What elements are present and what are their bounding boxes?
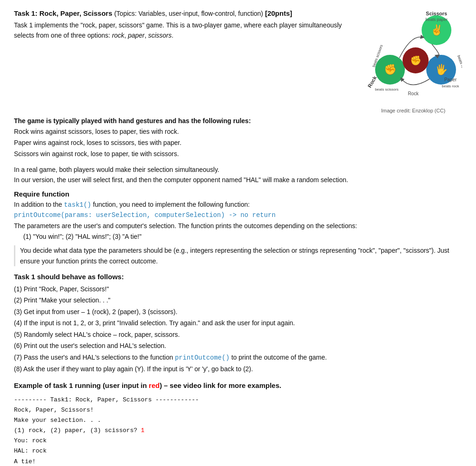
code-line-2: Rock, Paper, Scissors! (14, 405, 462, 415)
topics: (Topics: Variables, user-input, flow-con… (114, 10, 263, 17)
rule-rock: Rock wins against scissors, loses to pap… (14, 126, 462, 138)
task-title: Task 1: Rock, Paper, Scissors (14, 9, 112, 17)
title-line: Task 1: Rock, Paper, Scissors (Topics: V… (14, 9, 355, 17)
step-7: (7) Pass the user's and HAL's selections… (14, 352, 462, 364)
you-decide-block: You decide what data type the parameters… (14, 245, 462, 266)
behave-section: Task 1 should behave as follows: (1) Pri… (14, 273, 462, 375)
input-1: 1 (141, 427, 145, 434)
example-title-prefix: Example of task 1 running (user input in (14, 381, 149, 389)
rock-label-text: Rock (408, 91, 419, 96)
require-intro-text: In addition to the (14, 201, 64, 208)
header-text: Task 1: Rock, Paper, Scissors (Topics: V… (14, 9, 364, 46)
rps-diagram-svg: ✌ Scissors beats paper ✊ Rock 🖐 ✊ (364, 9, 462, 105)
require-intro-text2: function, you need to implement the foll… (91, 201, 250, 208)
game-version-section: In a real game, both players would make … (14, 166, 462, 184)
page-content: Task 1: Rock, Paper, Scissors (Topics: V… (14, 9, 462, 466)
rules-section: The game is typically played with hand g… (14, 117, 462, 159)
scissors-label: Scissors (426, 11, 447, 16)
real-game-text: In a real game, both players would make … (14, 166, 462, 173)
task1-func: task1() (64, 201, 91, 209)
code-output: --------- Task1: Rock, Paper, Scissors -… (14, 393, 462, 466)
code-line-6: HAL: rock (14, 446, 462, 456)
image-credit: Image credit: Enzoklop (CC) (364, 108, 462, 113)
step-5: (5) Randomly select HAL's choice – rock,… (14, 329, 462, 341)
intro-text: Task 1 implements the "rock, paper, scis… (14, 20, 355, 41)
print-outcome-func: printOutcome(params: userSelection, comp… (14, 211, 462, 219)
paper-label-text: Paper (444, 77, 457, 82)
step7-end: to print the outcome of the game. (230, 354, 327, 361)
paper-beats-label: beats rock (456, 55, 462, 73)
step-1: (1) Print "Rock, Paper, Scissors!" (14, 283, 462, 295)
code-line-5: You: rock (14, 436, 462, 446)
rock-icon: ✊ (384, 63, 397, 76)
require-section: Require function In addition to the task… (14, 190, 462, 266)
step-3: (3) Get input from user – 1 (rock), 2 (p… (14, 306, 462, 318)
rule-paper: Paper wins against rock, loses to scisso… (14, 138, 462, 149)
scissors-icon: ✌ (430, 24, 443, 36)
rock-beats-scissors-text: beats scissors (375, 87, 399, 92)
code-line-4: (1) rock, (2) paper, (3) scissors? 1 (14, 426, 462, 436)
code-line-7: A tie! (14, 457, 462, 466)
center-icon: ✊ (410, 55, 422, 66)
rule-scissors: Scissors win against rock, lose to paper… (14, 149, 462, 160)
step-2: (2) Print "Make your selection. . ." (14, 295, 462, 306)
rock-label: Rock (367, 75, 378, 89)
params-text: The parameters are the user's and comput… (14, 221, 462, 242)
behave-title: Task 1 should behave as follows: (14, 273, 462, 281)
paper-beats-rock-text: beats rock (442, 84, 460, 88)
step-8: (8) Ask the user if they want to play ag… (14, 363, 462, 375)
header-section: Task 1: Rock, Paper, Scissors (Topics: V… (14, 9, 462, 113)
example-title: Example of task 1 running (user input in… (14, 381, 462, 389)
require-intro-para: In addition to the task1() function, you… (14, 201, 462, 209)
scissors-paper-arrow (432, 44, 439, 56)
example-red: red (149, 381, 159, 389)
params-intro: The parameters are the user's and comput… (14, 222, 357, 230)
example-section: Example of task 1 running (user input in… (14, 381, 462, 466)
rules-title: The game is typically played with hand g… (14, 117, 462, 125)
print-outcome-inline: printOutcome() (175, 354, 230, 361)
scissors-beats-label: beats paper (425, 17, 448, 22)
step-4: (4) If the input is not 1, 2, or 3, prin… (14, 317, 462, 329)
paper-icon: 🖐 (435, 63, 448, 76)
paper-rock-arrow (402, 79, 430, 85)
example-title-suffix: ) – see video link for more examples. (159, 381, 281, 389)
step-6: (6) Print out the user's selection and H… (14, 340, 462, 352)
points: [20pnts] (265, 9, 292, 17)
code-line-1: --------- Task1: Rock, Paper, Scissors -… (14, 395, 462, 405)
our-version-text: In our version, the user will select fir… (14, 176, 462, 184)
you-decide-text: You decide what data type the parameters… (20, 247, 449, 264)
require-title: Require function (14, 190, 462, 198)
code-line-3: Make your selection. . . (14, 415, 462, 426)
rps-diagram-container: ✌ Scissors beats paper ✊ Rock 🖐 ✊ (364, 9, 462, 113)
outcomes-text: (1) "You win!"; (2) "HAL wins!"; (3) "A … (14, 233, 141, 240)
